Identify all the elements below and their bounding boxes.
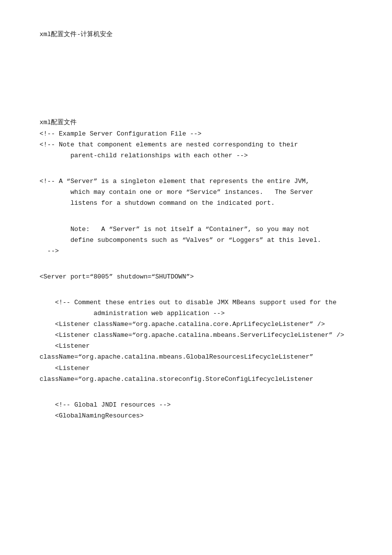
comment-global-jndi: <!-- Global JNDI resources --> — [40, 400, 352, 411]
listener-apr: <Listener className=“org.apache.catalina… — [40, 319, 352, 330]
comment-example-server: <!-- Example Server Configuration File -… — [40, 129, 352, 139]
comment-server-singleton: <!-- A “Server” is a singleton element t… — [40, 176, 352, 209]
listener-global-resources: <Listener className=“org.apache.catalina… — [40, 341, 352, 363]
listener-store-config: <Listener className=“org.apache.catalina… — [40, 363, 352, 385]
listener-server-lifecycle: <Listener className=“org.apache.catalina… — [40, 330, 352, 341]
main-content: xml配置文件 <!-- Example Server Configuratio… — [40, 118, 352, 421]
comment-jmx: <!-- Comment these entries out to disabl… — [40, 297, 352, 319]
comment-server-note: Note: A “Server” is not itself a “Contai… — [40, 224, 352, 257]
section-label: xml配置文件 — [40, 118, 352, 127]
comment-note-nested: <!-- Note that component elements are ne… — [40, 139, 352, 161]
global-naming-resources: <GlobalNamingResources> — [40, 411, 352, 421]
server-tag: <Server port=“8005” shutdown=“SHUTDOWN”> — [40, 272, 352, 282]
page-title: xml配置文件-计算机安全 — [40, 30, 352, 39]
